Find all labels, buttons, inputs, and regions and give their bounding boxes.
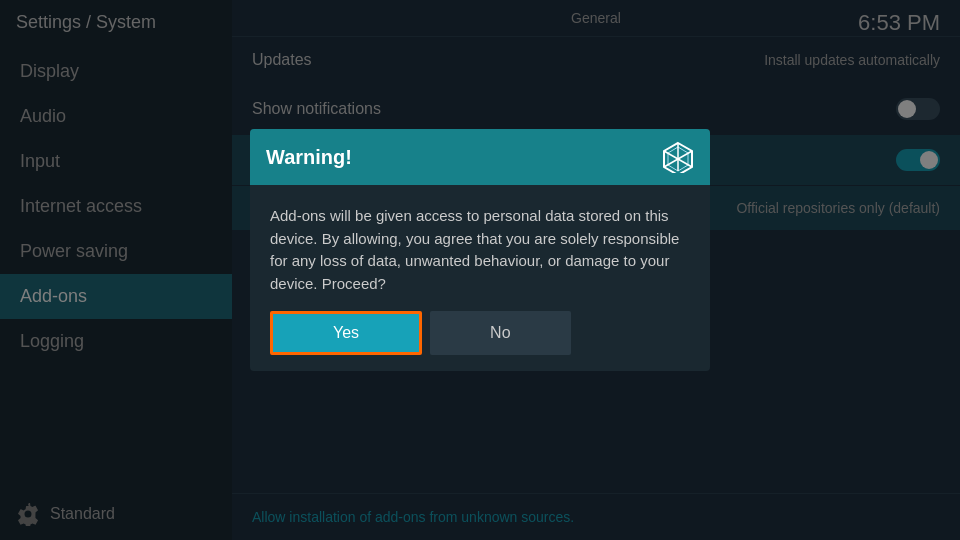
dialog-body: Add-ons will be given access to personal…: [250, 185, 710, 311]
warning-dialog: Warning! Add-ons will be given access to…: [250, 129, 710, 371]
kodi-logo-icon: [662, 141, 694, 173]
dialog-buttons: Yes No: [250, 311, 710, 371]
dialog-title: Warning!: [266, 146, 352, 169]
dialog-overlay: Warning! Add-ons will be given access to…: [0, 0, 960, 540]
yes-button[interactable]: Yes: [270, 311, 422, 355]
no-button[interactable]: No: [430, 311, 570, 355]
dialog-header: Warning!: [250, 129, 710, 185]
